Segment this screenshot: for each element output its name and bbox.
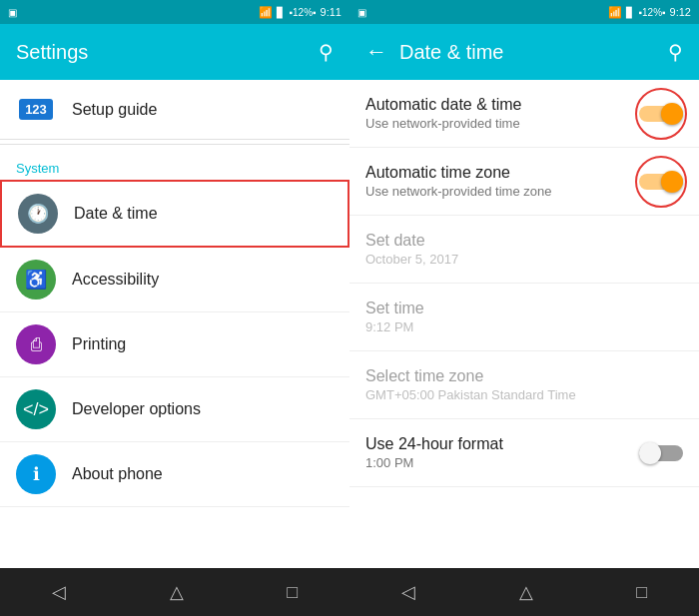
right-status-bar: ▣ 📶 ▊ ▪12%▪ 9:12: [350, 0, 699, 24]
right-phone-panel: ▣ 📶 ▊ ▪12%▪ 9:12 ← Date & time ⚲ Automat…: [350, 0, 699, 616]
printing-icon: ⎙: [16, 324, 56, 364]
dt-content: Automatic date & time Use network-provid…: [350, 80, 699, 568]
set-date-info: Set date October 5, 2017: [365, 232, 458, 267]
24hour-sublabel: 1:00 PM: [365, 455, 503, 470]
date-time-label: Date & time: [74, 205, 158, 223]
right-battery-indicator: ▪12%▪: [638, 7, 665, 18]
printing-text: Printing: [72, 335, 126, 353]
auto-date-toggle-wrapper[interactable]: [639, 101, 683, 127]
about-icon: ℹ: [16, 454, 56, 494]
setup-guide-item[interactable]: 123 Setup guide: [0, 80, 350, 140]
setup-guide-label: Setup guide: [72, 101, 157, 119]
24hour-thumb: [639, 442, 661, 464]
right-signal-icon: ▊: [626, 7, 634, 18]
right-search-icon[interactable]: ⚲: [668, 40, 683, 64]
right-wifi-icon: 📶: [608, 6, 622, 19]
right-back-button[interactable]: ←: [365, 39, 387, 65]
developer-icon: </>: [16, 389, 56, 429]
right-notification-icon: ▣: [357, 7, 366, 18]
24hour-info: Use 24-hour format 1:00 PM: [365, 435, 503, 470]
left-home-nav[interactable]: △: [146, 573, 208, 611]
developer-item[interactable]: </> Developer options: [0, 377, 350, 442]
date-time-item[interactable]: 🕐 Date & time: [0, 180, 350, 248]
select-timezone-sublabel: GMT+05:00 Pakistan Standard Time: [365, 387, 576, 402]
auto-date-label: Automatic date & time: [365, 96, 522, 114]
left-status-bar: ▣ 📶 ▊ ▪12%▪ 9:11: [0, 0, 350, 24]
setup-guide-icon: 123: [16, 95, 56, 125]
wifi-icon: 📶: [259, 6, 273, 19]
right-time: 9:12: [670, 6, 691, 18]
24hour-toggle[interactable]: [639, 440, 683, 466]
left-back-nav[interactable]: ◁: [28, 573, 90, 611]
auto-timezone-label: Automatic time zone: [365, 164, 551, 182]
select-timezone-label: Select time zone: [365, 367, 576, 385]
auto-date-thumb: [661, 103, 683, 125]
right-top-bar: ← Date & time ⚲: [350, 24, 699, 80]
auto-date-info: Automatic date & time Use network-provid…: [365, 96, 522, 131]
setup-guide-text: Setup guide: [72, 101, 157, 119]
set-time-sublabel: 9:12 PM: [365, 319, 424, 334]
system-section-header: System: [0, 149, 350, 180]
accessibility-item[interactable]: ♿ Accessibility: [0, 248, 350, 312]
print-symbol: ⎙: [31, 334, 42, 355]
auto-timezone-info: Automatic time zone Use network-provided…: [365, 164, 551, 199]
notification-icon: ▣: [8, 7, 17, 18]
left-nav-bar: ◁ △ □: [0, 568, 350, 616]
accessibility-symbol: ♿: [25, 269, 47, 291]
set-time-info: Set time 9:12 PM: [365, 300, 424, 334]
auto-date-item[interactable]: Automatic date & time Use network-provid…: [350, 80, 699, 148]
auto-timezone-item[interactable]: Automatic time zone Use network-provided…: [350, 148, 699, 216]
left-status-icons: ▣: [8, 7, 255, 18]
setup-icon-box: 123: [19, 99, 53, 120]
right-nav-bar: ◁ △ □: [350, 568, 699, 616]
right-status-icons: ▣: [357, 7, 604, 18]
left-recent-nav[interactable]: □: [263, 574, 322, 611]
left-app-title: Settings: [16, 41, 307, 64]
left-phone-panel: ▣ 📶 ▊ ▪12%▪ 9:11 Settings ⚲ 123 Setup gu…: [0, 0, 350, 616]
date-time-text: Date & time: [74, 205, 158, 223]
set-time-label: Set time: [365, 300, 424, 317]
set-date-sublabel: October 5, 2017: [365, 252, 458, 267]
right-back-nav[interactable]: ◁: [377, 573, 439, 611]
battery-indicator-left: ▪12%▪: [289, 7, 316, 18]
auto-timezone-toggle-wrapper[interactable]: [639, 169, 683, 195]
set-date-item: Set date October 5, 2017: [350, 216, 699, 284]
about-label: About phone: [72, 465, 163, 483]
about-symbol: ℹ: [33, 463, 40, 485]
auto-timezone-toggle[interactable]: [639, 169, 683, 195]
right-recent-nav[interactable]: □: [612, 574, 671, 611]
24hour-item[interactable]: Use 24-hour format 1:00 PM: [350, 419, 699, 487]
dev-symbol: </>: [23, 399, 49, 420]
auto-timezone-sublabel: Use network-provided time zone: [365, 184, 551, 199]
24hour-label: Use 24-hour format: [365, 435, 503, 453]
left-search-icon[interactable]: ⚲: [319, 40, 334, 64]
left-top-bar: Settings ⚲: [0, 24, 350, 80]
left-time: 9:11: [321, 6, 342, 18]
signal-icon: ▊: [277, 7, 285, 18]
right-home-nav[interactable]: △: [495, 573, 557, 611]
set-date-label: Set date: [365, 232, 458, 250]
about-item[interactable]: ℹ About phone: [0, 442, 350, 507]
auto-date-toggle[interactable]: [639, 101, 683, 127]
select-timezone-item: Select time zone GMT+05:00 Pakistan Stan…: [350, 351, 699, 419]
accessibility-text: Accessibility: [72, 271, 159, 289]
divider-1: [0, 144, 350, 145]
select-timezone-info: Select time zone GMT+05:00 Pakistan Stan…: [365, 367, 576, 402]
developer-label: Developer options: [72, 400, 201, 418]
auto-date-sublabel: Use network-provided time: [365, 116, 522, 131]
accessibility-label: Accessibility: [72, 271, 159, 289]
auto-timezone-thumb: [661, 171, 683, 193]
left-content: 123 Setup guide System 🕐 Date & time ♿ A…: [0, 80, 350, 568]
set-time-item: Set time 9:12 PM: [350, 284, 699, 351]
developer-text: Developer options: [72, 400, 201, 418]
right-app-title: Date & time: [399, 41, 656, 64]
printing-item[interactable]: ⎙ Printing: [0, 312, 350, 377]
clock-symbol: 🕐: [27, 203, 49, 225]
accessibility-icon: ♿: [16, 260, 56, 300]
about-text: About phone: [72, 465, 163, 483]
clock-icon: 🕐: [18, 194, 58, 234]
printing-label: Printing: [72, 335, 126, 353]
